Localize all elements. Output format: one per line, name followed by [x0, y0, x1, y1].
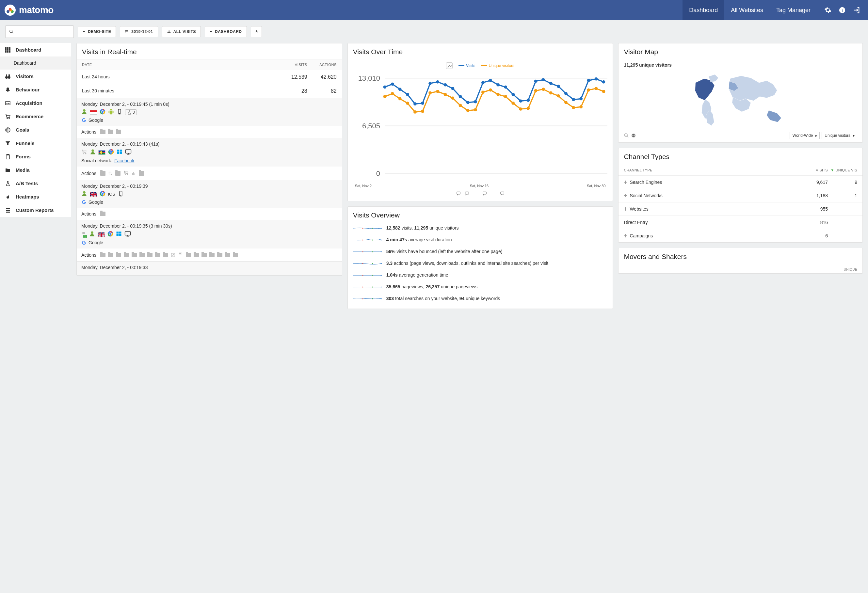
line-chart[interactable]: 06,50513,010: [353, 70, 608, 181]
dashboard-selector[interactable]: DASHBOARD: [205, 26, 247, 37]
movers-col: UNIQUE: [619, 264, 862, 273]
search-icon: [9, 29, 14, 34]
topnav-item-all-websites[interactable]: All Websites: [724, 0, 770, 20]
sidebar-item-a-b-tests[interactable]: A/B Tests: [0, 177, 71, 190]
top-nav: matomo DashboardAll WebsitesTag Manager …: [0, 0, 868, 20]
svg-point-27: [9, 118, 9, 119]
signout-icon[interactable]: [853, 6, 860, 14]
svg-point-130: [428, 91, 432, 95]
widget-title: Channel Types: [619, 148, 862, 164]
sidebar-item-forms[interactable]: Forms: [0, 150, 71, 163]
gear-icon[interactable]: [824, 6, 831, 14]
annotation-icon[interactable]: [482, 191, 487, 196]
flame-icon: [5, 194, 10, 199]
svg-point-126: [398, 97, 402, 100]
sidebar-item-media[interactable]: Media: [0, 163, 71, 177]
inbox-icon: [5, 100, 10, 106]
sidebar-item-funnels[interactable]: Funnels: [0, 137, 71, 150]
search-input[interactable]: [5, 25, 74, 38]
referrer-link[interactable]: Facebook: [114, 158, 134, 163]
site-selector[interactable]: DEMO-SITE: [78, 26, 116, 37]
globe-icon[interactable]: [631, 133, 636, 138]
annotation-icon[interactable]: [456, 191, 461, 196]
country-flag-icon: [90, 192, 97, 196]
svg-point-117: [557, 84, 560, 88]
chart-x-axis: Sat, Nov 2 Sat, Nov 16 Sat, Nov 30: [353, 183, 608, 188]
country-flag-icon: [90, 110, 97, 115]
svg-point-141: [511, 102, 515, 105]
svg-point-99: [421, 102, 424, 105]
svg-point-115: [542, 78, 545, 81]
channel-row[interactable]: Direct Entry816: [619, 215, 862, 229]
date-selector[interactable]: 2019-12-01: [120, 26, 158, 37]
svg-point-165: [372, 251, 373, 252]
annotation-icon[interactable]: [465, 191, 469, 196]
logo[interactable]: matomo: [4, 4, 53, 16]
expand-icon[interactable]: [624, 234, 627, 237]
realtime-visit[interactable]: Monday, December 2, - 00:19:33: [77, 261, 342, 275]
svg-rect-64: [133, 172, 134, 175]
channel-row[interactable]: Campaigns6: [619, 229, 862, 242]
sidebar-item-ecommerce[interactable]: Ecommerce: [0, 110, 71, 123]
cart-icon: [5, 114, 10, 119]
sidebar-item-acquisition[interactable]: Acquisition: [0, 96, 71, 110]
zoom-out-icon[interactable]: [624, 133, 629, 138]
svg-point-108: [489, 79, 492, 82]
sidebar-item-dashboard[interactable]: Dashboard: [0, 43, 71, 56]
channel-row[interactable]: Social Networks1,1881: [619, 189, 862, 202]
sort-desc-icon[interactable]: ▼: [830, 168, 834, 172]
svg-point-66: [83, 191, 86, 194]
svg-point-10: [168, 31, 168, 32]
expand-icon[interactable]: [624, 207, 627, 211]
sidebar-item-heatmaps[interactable]: Heatmaps: [0, 190, 71, 204]
info-icon[interactable]: i: [838, 6, 846, 14]
svg-point-127: [406, 102, 409, 105]
channel-row[interactable]: Search Engines9,6179: [619, 176, 862, 189]
svg-point-118: [564, 92, 568, 95]
segment-selector[interactable]: ALL VISITS: [162, 26, 201, 37]
chart-view-icon[interactable]: [446, 62, 453, 69]
svg-point-100: [428, 82, 432, 85]
grid-icon: [5, 47, 10, 53]
topnav-item-dashboard[interactable]: Dashboard: [682, 0, 724, 20]
sidebar-label: Forms: [16, 154, 31, 159]
svg-point-113: [526, 99, 530, 102]
channel-row[interactable]: Websites955: [619, 202, 862, 215]
svg-point-137: [481, 90, 485, 94]
collapse-button[interactable]: [251, 26, 262, 37]
expand-icon[interactable]: [624, 194, 627, 197]
realtime-visit[interactable]: Monday, December 2, - 00:19:39iOS Google…: [77, 180, 342, 220]
svg-rect-154: [456, 192, 460, 194]
svg-text:13,010: 13,010: [358, 74, 380, 82]
region-select[interactable]: World-Wide ▸: [790, 132, 820, 139]
svg-line-60: [111, 174, 112, 175]
svg-point-70: [102, 193, 103, 195]
svg-rect-13: [7, 47, 9, 49]
svg-rect-16: [7, 49, 9, 51]
realtime-visit[interactable]: Monday, December 2, - 00:19:45 (1 min 0s…: [77, 98, 342, 138]
sidebar-item-custom-reports[interactable]: Custom Reports: [0, 204, 71, 217]
realtime-visit[interactable]: Monday, December 2, - 00:19:35 (3 min 30…: [77, 220, 342, 261]
expand-icon[interactable]: [624, 181, 627, 184]
pageview-action-icon: [115, 171, 121, 176]
sidebar-item-behaviour[interactable]: Behaviour: [0, 83, 71, 96]
sidebar-label: Media: [16, 167, 30, 173]
widget-visits-overview: Visits Overview 12,582 visits, 11,295 un…: [347, 207, 613, 309]
realtime-visit[interactable]: Monday, December 2, - 00:19:43 (41s)Soci…: [77, 138, 342, 180]
pageview-action-icon: [139, 253, 145, 257]
sidebar-item-goals[interactable]: Goals: [0, 123, 71, 137]
svg-point-128: [413, 111, 417, 114]
svg-point-103: [451, 87, 454, 90]
annotation-icon[interactable]: [500, 191, 505, 196]
topnav-item-tag-manager[interactable]: Tag Manager: [770, 0, 817, 20]
svg-point-169: [381, 263, 381, 264]
svg-text:i: i: [841, 8, 843, 13]
sidebar-item-dashboard[interactable]: Dashboard: [0, 56, 71, 69]
metric-select[interactable]: Unique visitors ▸: [822, 132, 857, 139]
sidebar-item-visitors[interactable]: Visitors: [0, 69, 71, 83]
world-map[interactable]: [624, 69, 857, 128]
pageview-action-icon: [139, 171, 144, 176]
clipboard-icon: [5, 154, 10, 159]
flag-action-icon: [178, 252, 183, 258]
svg-point-151: [587, 89, 590, 92]
